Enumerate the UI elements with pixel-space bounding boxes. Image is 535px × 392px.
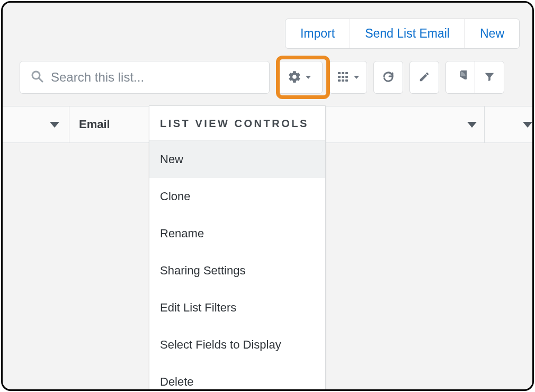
chevron-down-icon xyxy=(306,76,311,79)
search-wrapper[interactable] xyxy=(20,61,270,94)
gear-icon xyxy=(288,70,301,85)
svg-rect-10 xyxy=(345,79,348,82)
dropdown-item-edit-list-filters[interactable]: Edit List Filters xyxy=(149,289,325,326)
dropdown-item-select-fields[interactable]: Select Fields to Display xyxy=(149,326,325,363)
chevron-down-icon xyxy=(523,122,532,128)
list-view-controls-button[interactable] xyxy=(276,61,323,94)
dropdown-item-sharing-settings[interactable]: Sharing Settings xyxy=(149,252,325,289)
filter-button[interactable] xyxy=(475,61,504,94)
toolbar-row xyxy=(20,61,520,94)
chevron-down-icon xyxy=(467,122,477,128)
app-frame: Import Send List Email New xyxy=(1,1,534,391)
list-view-controls-dropdown: LIST VIEW CONTROLS New Clone Rename Shar… xyxy=(149,105,326,391)
svg-rect-5 xyxy=(338,76,341,78)
send-list-email-button[interactable]: Send List Email xyxy=(350,19,465,49)
dropdown-item-new[interactable]: New xyxy=(149,141,325,178)
edit-button[interactable] xyxy=(409,61,439,94)
table-icon xyxy=(337,70,350,85)
svg-rect-2 xyxy=(338,72,341,74)
dropdown-item-clone[interactable]: Clone xyxy=(149,178,325,215)
pie-chart-icon xyxy=(454,70,467,85)
svg-rect-3 xyxy=(342,72,344,74)
new-button[interactable]: New xyxy=(465,19,520,49)
chart-button[interactable] xyxy=(445,61,475,94)
svg-rect-9 xyxy=(342,79,344,82)
dropdown-title: LIST VIEW CONTROLS xyxy=(149,106,325,141)
svg-rect-6 xyxy=(342,76,344,78)
svg-line-1 xyxy=(39,78,43,82)
dropdown-item-rename[interactable]: Rename xyxy=(149,215,325,252)
search-icon xyxy=(31,70,51,85)
pencil-icon xyxy=(418,71,430,84)
filter-icon xyxy=(484,71,495,84)
search-input[interactable] xyxy=(51,70,258,85)
svg-rect-4 xyxy=(345,72,348,74)
dropdown-item-delete[interactable]: Delete xyxy=(149,363,325,391)
column-selector[interactable] xyxy=(3,106,69,142)
chart-filter-group xyxy=(445,61,504,94)
svg-rect-7 xyxy=(345,76,348,78)
column-actions[interactable] xyxy=(485,106,532,142)
chevron-down-icon xyxy=(354,76,359,79)
column-email-label: Email xyxy=(79,118,110,131)
action-bar: Import Send List Email New xyxy=(286,19,520,49)
svg-rect-8 xyxy=(338,79,341,82)
refresh-button[interactable] xyxy=(373,61,403,94)
refresh-icon xyxy=(382,70,395,85)
import-button[interactable]: Import xyxy=(285,19,350,49)
display-as-button[interactable] xyxy=(329,61,367,94)
chevron-down-icon xyxy=(50,122,59,128)
